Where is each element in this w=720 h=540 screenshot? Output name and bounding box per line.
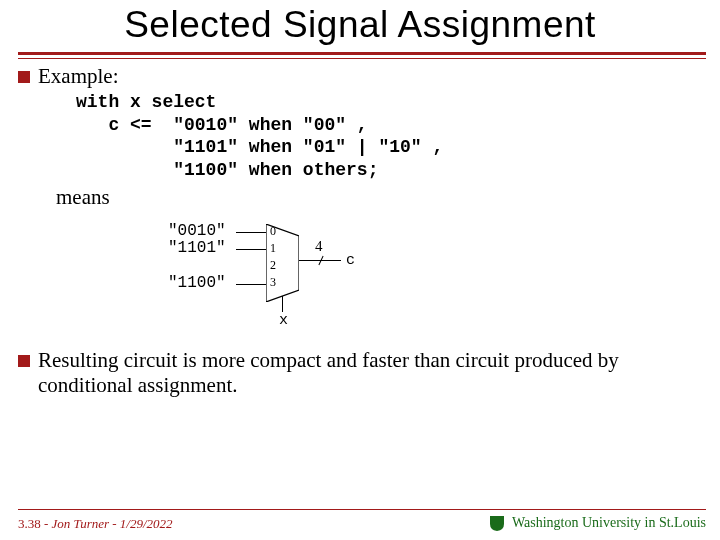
page-number: 3.38 (18, 516, 41, 531)
mux-diagram: "0010" "1101" "1100" 0 1 2 3 4 c x (118, 220, 378, 330)
code-line-1: with x select (76, 92, 216, 112)
mux-port-2: 2 (270, 258, 276, 273)
university-name: Washington University in St.Louis (512, 515, 706, 531)
wire (236, 232, 266, 233)
result-text: Resulting circuit is more compact and fa… (38, 348, 706, 398)
mux-input-1: "1101" (168, 239, 226, 257)
slide-title: Selected Signal Assignment (0, 0, 720, 46)
content-area: Example: with x select c <= "0010" when … (18, 64, 706, 398)
shield-icon (488, 514, 506, 532)
mux-select-label: x (279, 312, 288, 329)
code-line-3: "1101" when "01" | "10" , (76, 137, 443, 157)
square-bullet-icon (18, 71, 30, 83)
footer: 3.38 - Jon Turner - 1/29/2022 Washington… (18, 514, 706, 532)
means-label: means (56, 185, 706, 210)
bus-width-label: 4 (315, 238, 323, 255)
code-line-2: c <= "0010" when "00" , (76, 115, 368, 135)
mux-input-3: "1100" (168, 274, 226, 292)
mux-output-label: c (346, 252, 355, 269)
code-block: with x select c <= "0010" when "00" , "1… (76, 91, 706, 181)
mux-port-0: 0 (270, 224, 276, 239)
wire (236, 249, 266, 250)
wire (236, 284, 266, 285)
footer-left: 3.38 - Jon Turner - 1/29/2022 (18, 516, 173, 532)
university-logo: Washington University in St.Louis (488, 514, 706, 532)
mux-input-0: "0010" (168, 222, 226, 240)
code-line-4: "1100" when others; (76, 160, 378, 180)
wire-select (282, 296, 283, 312)
mux-port-3: 3 (270, 275, 276, 290)
bullet-example: Example: (18, 64, 706, 89)
square-bullet-icon (18, 355, 30, 367)
title-rule-thin (18, 58, 706, 59)
footer-author: Jon Turner (52, 516, 109, 531)
footer-rule (18, 509, 706, 510)
footer-date: 1/29/2022 (120, 516, 173, 531)
mux-port-1: 1 (270, 241, 276, 256)
example-label: Example: (38, 64, 118, 89)
title-rule-thick (18, 52, 706, 55)
bullet-result: Resulting circuit is more compact and fa… (18, 348, 706, 398)
